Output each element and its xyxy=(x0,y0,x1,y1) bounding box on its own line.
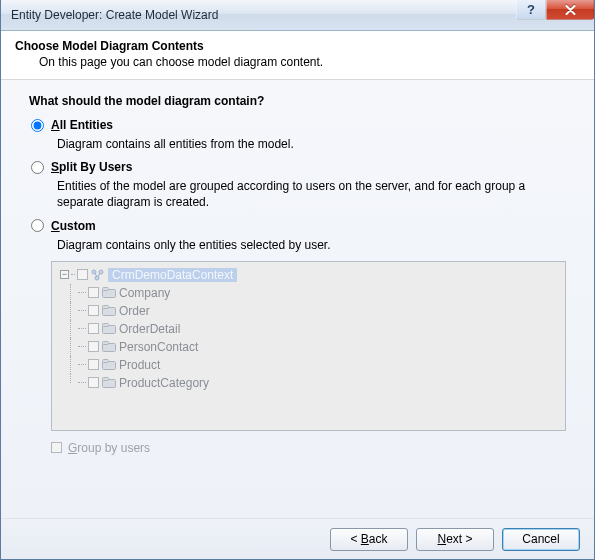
cancel-button[interactable]: Cancel xyxy=(502,528,580,551)
entity-icon xyxy=(101,286,117,300)
group-by-users: Group by users xyxy=(51,441,572,455)
radio-custom[interactable] xyxy=(31,219,44,232)
entity-icon xyxy=(101,376,117,390)
tree-root-checkbox xyxy=(77,269,88,280)
group-by-users-checkbox xyxy=(51,442,62,453)
entity-icon xyxy=(101,358,117,372)
option-all-entities-label: All Entities xyxy=(51,118,113,132)
tree-child-label: PersonContact xyxy=(119,340,198,354)
group-by-users-label: Group by users xyxy=(68,441,150,455)
tree-child-label: Company xyxy=(119,286,170,300)
tree-child-row: ProductCategory xyxy=(56,374,561,392)
tree-root-label: CrmDemoDataContext xyxy=(108,268,237,282)
radio-all-entities[interactable] xyxy=(31,119,44,132)
tree-child-row: Order xyxy=(56,302,561,320)
tree-child-row: OrderDetail xyxy=(56,320,561,338)
svg-rect-6 xyxy=(103,306,109,309)
wizard-header: Choose Model Diagram Contents On this pa… xyxy=(1,31,594,80)
svg-rect-4 xyxy=(103,288,109,291)
tree-child-checkbox xyxy=(88,287,99,298)
option-split-by-users-row[interactable]: Split By Users xyxy=(29,160,572,174)
titlebar: Entity Developer: Create Model Wizard ? xyxy=(1,0,594,31)
option-all-entities-row[interactable]: All Entities xyxy=(29,118,572,132)
header-title: Choose Model Diagram Contents xyxy=(15,39,580,53)
tree-child-label: Order xyxy=(119,304,150,318)
option-custom-label: Custom xyxy=(51,219,96,233)
window-controls: ? xyxy=(516,0,594,20)
option-all-entities: All Entities Diagram contains all entiti… xyxy=(29,118,572,152)
tree-child-checkbox xyxy=(88,305,99,316)
option-all-entities-desc: Diagram contains all entities from the m… xyxy=(57,136,572,152)
next-button[interactable]: Next > xyxy=(416,528,494,551)
window-title: Entity Developer: Create Model Wizard xyxy=(1,8,218,22)
wizard-window: Entity Developer: Create Model Wizard ? … xyxy=(0,0,595,560)
option-split-by-users-desc: Entities of the model are grouped accord… xyxy=(57,178,572,210)
question-label: What should the model diagram contain? xyxy=(29,94,572,108)
entity-icon xyxy=(101,322,117,336)
entity-tree: − CrmDemoDataContext CompanyOrderOrderDe… xyxy=(51,261,566,431)
radio-split-by-users[interactable] xyxy=(31,161,44,174)
option-custom-desc: Diagram contains only the entities selec… xyxy=(57,237,572,253)
tree-child-checkbox xyxy=(88,323,99,334)
tree-child-row: PersonContact xyxy=(56,338,561,356)
tree-child-row: Company xyxy=(56,284,561,302)
tree-root-row: − CrmDemoDataContext xyxy=(56,266,561,284)
tree-child-row: Product xyxy=(56,356,561,374)
option-split-by-users-label: Split By Users xyxy=(51,160,132,174)
back-button-label: < Back xyxy=(350,532,387,546)
tree-child-checkbox xyxy=(88,359,99,370)
header-subtitle: On this page you can choose model diagra… xyxy=(15,53,580,69)
option-split-by-users: Split By Users Entities of the model are… xyxy=(29,160,572,210)
help-button[interactable]: ? xyxy=(516,0,546,20)
tree-child-label: OrderDetail xyxy=(119,322,180,336)
collapse-icon: − xyxy=(60,270,69,279)
wizard-footer: < Back Next > Cancel xyxy=(1,518,594,559)
next-button-label: Next > xyxy=(437,532,472,546)
option-custom-row[interactable]: Custom xyxy=(29,219,572,233)
context-icon xyxy=(90,268,106,282)
tree-child-checkbox xyxy=(88,341,99,352)
cancel-button-label: Cancel xyxy=(522,532,559,546)
svg-rect-14 xyxy=(103,378,109,381)
close-icon xyxy=(565,5,576,15)
svg-rect-10 xyxy=(103,342,109,345)
tree-child-label: ProductCategory xyxy=(119,376,209,390)
wizard-body: What should the model diagram contain? A… xyxy=(1,80,594,518)
entity-icon xyxy=(101,304,117,318)
svg-rect-8 xyxy=(103,324,109,327)
option-custom: Custom Diagram contains only the entitie… xyxy=(29,219,572,253)
tree-child-label: Product xyxy=(119,358,160,372)
back-button[interactable]: < Back xyxy=(330,528,408,551)
svg-rect-12 xyxy=(103,360,109,363)
tree-child-checkbox xyxy=(88,377,99,388)
entity-icon xyxy=(101,340,117,354)
close-button[interactable] xyxy=(546,0,594,20)
